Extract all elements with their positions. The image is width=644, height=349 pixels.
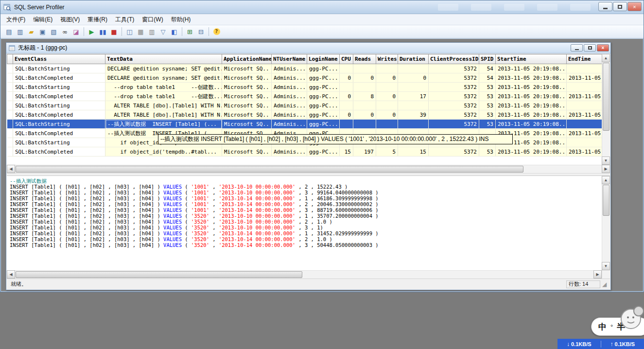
grid-vscroll-thumb[interactable] xyxy=(603,63,609,131)
trace-row[interactable]: SQL:BatchStarting--插入测试数据 INSERT [Table1… xyxy=(7,120,603,129)
cell-end: 2013-11-05... xyxy=(567,147,603,157)
columns-icon[interactable]: ▥ xyxy=(146,26,157,37)
help-icon[interactable]: ? xyxy=(211,26,222,37)
minimize-button[interactable] xyxy=(598,2,612,11)
pane-horizontal-scrollbar[interactable]: ◀ ▶ xyxy=(7,270,602,279)
trace-row[interactable]: SQL:BatchCompleted ALTER TABLE [dbo].[Ta… xyxy=(7,110,603,120)
cell-login: ggg-PC... xyxy=(307,83,340,92)
cell-writes xyxy=(376,120,398,129)
column-header-spid[interactable]: SPID xyxy=(479,54,496,64)
cell-dur: 17 xyxy=(398,92,429,101)
column-header-text[interactable]: TextData xyxy=(105,54,222,64)
trace-row[interactable]: SQL:BatchStarting ALTER TABLE [dbo].[Tab… xyxy=(7,101,603,110)
trace-maximize-button[interactable] xyxy=(584,44,596,52)
pause-trace-icon[interactable]: ▮▮ xyxy=(97,26,108,37)
trace-row[interactable]: SQL:BatchStartingDECLARE @edition sysnam… xyxy=(7,64,603,73)
save-trace-icon: ▣ xyxy=(39,28,45,35)
pane-vscroll-thumb[interactable] xyxy=(603,185,609,216)
new-template-icon[interactable]: ▥ xyxy=(15,26,26,37)
cell-reads: 197 xyxy=(353,147,376,157)
cell-writes: 0 xyxy=(376,92,398,101)
menu-item[interactable]: 视图(V) xyxy=(56,14,84,25)
column-header-cpu[interactable]: CPU xyxy=(340,54,353,64)
column-header-ev[interactable]: EventClass xyxy=(13,54,105,64)
grid-view-icon[interactable]: ▦ xyxy=(135,26,146,37)
column-header-cpid[interactable]: ClientProcessID xyxy=(429,54,479,64)
save-trace-icon[interactable]: ▣ xyxy=(37,26,48,37)
pane-hscroll-thumb[interactable] xyxy=(16,271,302,278)
column-header-writes[interactable]: Writes xyxy=(376,54,398,64)
cell-nt: Adminis... xyxy=(272,83,307,92)
ime-language-toggle[interactable]: 中 xyxy=(598,321,607,332)
export-trace-icon[interactable]: ▧ xyxy=(48,26,59,37)
trace-window-title-bar[interactable]: 无标题 - 1 (ggg-pc) × xyxy=(6,43,610,53)
cell-nt: Adminis... xyxy=(272,64,307,73)
column-header-dur[interactable]: Duration xyxy=(398,54,429,64)
trace-window-icon xyxy=(9,45,16,52)
download-speed: 0.1KB/S xyxy=(571,341,592,347)
trace-minimize-button[interactable] xyxy=(571,44,583,52)
cell-dur: 0 xyxy=(398,73,429,83)
menu-item[interactable]: 重播(R) xyxy=(84,14,111,25)
find-icon[interactable]: ∞ xyxy=(59,26,70,37)
menu-item[interactable]: 工具(T) xyxy=(111,14,138,25)
scroll-up-button[interactable]: ▲ xyxy=(602,54,610,62)
open-trace-icon[interactable]: ▰ xyxy=(26,26,37,37)
trace-row[interactable]: SQL:BatchStarting --drop table table1 --… xyxy=(7,83,603,92)
resize-grip[interactable]: ◢ xyxy=(602,280,610,288)
cell-cpid: 5372 xyxy=(429,101,479,110)
filter-icon[interactable]: ▽ xyxy=(157,26,169,37)
chart-grid-icon[interactable]: ⊟ xyxy=(195,26,207,37)
network-speed-widget[interactable]: ↓ 0.1KB/S ↑ 0.1KB/S xyxy=(557,339,644,349)
cell-dur xyxy=(398,83,429,92)
new-trace-icon[interactable]: ▤ xyxy=(3,26,15,37)
clear-trace-icon[interactable]: ◪ xyxy=(70,26,82,37)
pane-scroll-up-button[interactable]: ▲ xyxy=(602,176,610,184)
cell-dur: 15 xyxy=(398,147,429,157)
grid-horizontal-scrollbar[interactable]: ◀ ▶ xyxy=(7,165,610,173)
stop-trace-icon[interactable]: ■ xyxy=(108,26,120,37)
scroll-left-button[interactable]: ◀ xyxy=(7,165,15,173)
glass-reflection xyxy=(438,4,591,11)
pane-vertical-scrollbar[interactable]: ▲ ▼ xyxy=(602,176,610,279)
trace-close-button[interactable]: × xyxy=(597,44,609,52)
pane-scroll-down-button[interactable]: ▼ xyxy=(602,262,610,270)
cell-cpu xyxy=(340,83,353,92)
title-bar[interactable]: SQL Server Profiler × xyxy=(0,0,644,14)
excel-grid-icon[interactable]: ⊞ xyxy=(184,26,195,37)
scroll-right-button[interactable]: ▶ xyxy=(602,165,610,173)
cell-g xyxy=(7,147,13,157)
cell-text: --drop table table1 --创建数... xyxy=(105,83,222,92)
menu-item[interactable]: 帮助(H) xyxy=(167,14,195,25)
menu-item[interactable]: 编辑(E) xyxy=(29,14,56,25)
column-header-app[interactable]: ApplicationName xyxy=(222,54,272,64)
grid-hscroll-thumb[interactable] xyxy=(16,166,523,173)
column-header-end[interactable]: EndTime xyxy=(567,54,603,64)
trace-row[interactable]: SQL:BatchCompleted if object_id('tempdb.… xyxy=(7,147,603,157)
run-trace-icon[interactable]: ▶ xyxy=(86,26,97,37)
ime-punctuation-toggle[interactable]: ° xyxy=(610,323,613,331)
pane-scroll-right-button[interactable]: ▶ xyxy=(593,270,602,279)
upload-icon: ↑ xyxy=(610,341,613,348)
column-header-start[interactable]: StartTime xyxy=(496,54,567,64)
sql-insert-line: INSERT [Table1] ( [h01] , [h02] , [h03] … xyxy=(10,213,600,219)
menu-item[interactable]: 文件(F) xyxy=(2,14,29,25)
close-icon: × xyxy=(633,4,636,10)
column-header-login[interactable]: LoginName xyxy=(307,54,340,64)
grid-vertical-scrollbar[interactable]: ▲ ▼ xyxy=(602,54,610,165)
sql-detail-pane[interactable]: --插入测试数据INSERT [Table1] ( [h01] , [h02] … xyxy=(7,176,610,279)
window-layout-icon[interactable]: ◧ xyxy=(169,26,180,37)
cell-g xyxy=(7,92,13,101)
trace-row[interactable]: SQL:BatchCompletedDECLARE @edition sysna… xyxy=(7,73,603,83)
maximize-button[interactable] xyxy=(613,2,627,11)
toolbar: ▤▥▰▣▧∞◪▶▮▮■◫▦▥▽◧⊞⊟? xyxy=(0,25,644,38)
pane-scroll-left-button[interactable]: ◀ xyxy=(7,270,15,279)
column-header-reads[interactable]: Reads xyxy=(353,54,376,64)
status-bar: 就绪。 行数: 14 ◢ xyxy=(7,279,610,289)
scroll-down-button[interactable]: ▼ xyxy=(602,157,610,165)
column-header-nt[interactable]: NTUserName xyxy=(272,54,307,64)
menu-item[interactable]: 窗口(W) xyxy=(138,14,167,25)
trace-row[interactable]: SQL:BatchCompleted --drop table table1 -… xyxy=(7,92,603,101)
view-window-icon[interactable]: ◫ xyxy=(124,26,135,37)
close-button[interactable]: × xyxy=(627,2,642,11)
